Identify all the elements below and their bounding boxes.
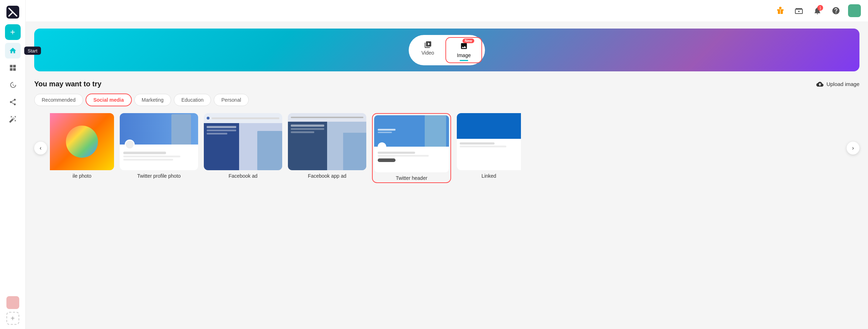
section-title: You may want to try bbox=[34, 80, 102, 88]
sidebar: + Start + bbox=[0, 0, 26, 329]
filter-tabs: Recommended Social media Marketing Educa… bbox=[34, 94, 859, 106]
tab-image[interactable]: New Image bbox=[447, 39, 481, 62]
user-avatar[interactable] bbox=[848, 4, 861, 17]
magic-icon bbox=[9, 115, 17, 123]
next-arrow[interactable]: › bbox=[847, 142, 859, 155]
card-label-profile-photo: ile photo bbox=[50, 173, 114, 179]
notification-badge: 1 bbox=[817, 5, 823, 11]
card-label-facebook-app-ad: Facebook app ad bbox=[288, 173, 366, 179]
bell-icon-button[interactable]: 1 bbox=[811, 4, 824, 17]
wallet-icon-button[interactable] bbox=[792, 4, 805, 17]
topbar: 1 bbox=[26, 0, 868, 21]
video-tab-icon bbox=[424, 41, 432, 49]
card-linkedin[interactable]: Linked bbox=[457, 113, 521, 183]
cards-scroll: ile photo bbox=[50, 113, 844, 183]
card-label-facebook-ad: Facebook ad bbox=[204, 173, 282, 179]
card-label-twitter-header: Twitter header bbox=[374, 175, 449, 181]
card-facebook-ad[interactable]: Facebook ad bbox=[204, 113, 282, 183]
filter-tab-recommended[interactable]: Recommended bbox=[34, 94, 83, 106]
upload-image-button[interactable]: Upload image bbox=[816, 81, 859, 88]
upload-icon bbox=[816, 81, 823, 88]
create-button[interactable]: + bbox=[5, 24, 21, 40]
sidebar-item-magic[interactable] bbox=[5, 111, 21, 127]
card-label-twitter-profile: Twitter profile photo bbox=[120, 173, 198, 179]
home-icon bbox=[9, 47, 17, 55]
banner: Video New Image bbox=[34, 29, 859, 71]
help-icon bbox=[832, 6, 840, 15]
sidebar-item-templates[interactable] bbox=[5, 60, 21, 76]
cards-wrapper: ‹ ile photo bbox=[34, 113, 859, 183]
card-twitter-profile[interactable]: Twitter profile photo bbox=[120, 113, 198, 183]
templates-icon bbox=[9, 64, 17, 72]
share-icon bbox=[9, 98, 17, 106]
filter-tab-personal[interactable]: Personal bbox=[214, 94, 248, 106]
sidebar-item-share[interactable] bbox=[5, 94, 21, 110]
card-twitter-header[interactable]: Twitter header bbox=[372, 113, 451, 183]
filter-tab-education[interactable]: Education bbox=[174, 94, 211, 106]
new-badge: New bbox=[463, 39, 474, 43]
section-header: You may want to try Upload image bbox=[34, 80, 859, 88]
tab-video[interactable]: Video bbox=[412, 37, 444, 63]
help-icon-button[interactable] bbox=[830, 4, 842, 17]
filter-tab-marketing[interactable]: Marketing bbox=[134, 94, 171, 106]
sidebar-bottom: + bbox=[6, 296, 19, 325]
tab-switcher: Video New Image bbox=[409, 35, 485, 65]
card-label-linkedin: Linked bbox=[457, 173, 521, 179]
card-profile-photo[interactable]: ile photo bbox=[50, 113, 114, 183]
main-content: Video New Image You may want to try bbox=[26, 21, 868, 329]
image-tab-icon bbox=[460, 42, 468, 50]
workspace-avatar bbox=[6, 296, 19, 309]
add-workspace-button[interactable]: + bbox=[6, 312, 19, 325]
tab-image-outline: New Image bbox=[445, 37, 482, 63]
sidebar-item-history[interactable] bbox=[5, 77, 21, 93]
sidebar-nav: Start bbox=[5, 43, 21, 293]
wallet-icon bbox=[795, 6, 803, 15]
filter-tab-social-media[interactable]: Social media bbox=[86, 94, 131, 106]
gift-icon bbox=[776, 6, 785, 15]
gift-icon-button[interactable] bbox=[774, 4, 787, 17]
logo-button[interactable] bbox=[5, 4, 21, 20]
card-facebook-app-ad[interactable]: Facebook app ad bbox=[288, 113, 366, 183]
history-icon bbox=[9, 81, 17, 89]
sidebar-item-home[interactable]: Start bbox=[5, 43, 21, 59]
start-tooltip: Start bbox=[24, 47, 41, 55]
prev-arrow[interactable]: ‹ bbox=[34, 142, 47, 155]
